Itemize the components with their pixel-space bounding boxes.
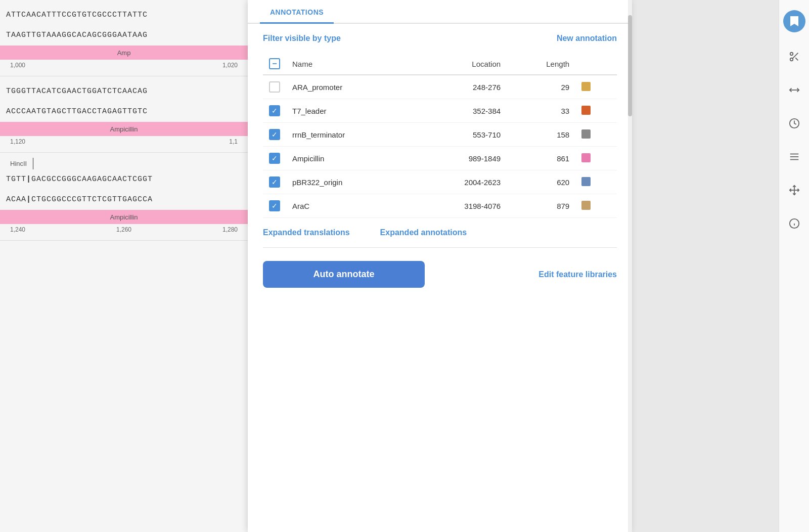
table-row: ARA_promoter248-27629 [263, 75, 617, 99]
table-row: ✓AraC3198-4076879 [263, 194, 617, 218]
right-sidebar [779, 0, 809, 532]
ampicillin-bar-2: Ampicillin [0, 122, 248, 136]
row-checkbox-4[interactable]: ✓ [263, 170, 286, 194]
row-name-0: ARA_promoter [286, 75, 413, 99]
ampicillin-bar-3: Ampicillin [0, 210, 248, 224]
header-name: Name [286, 53, 413, 75]
action-row: Auto annotate Edit feature libraries [263, 253, 617, 293]
panel-content: Filter visible by type New annotation − … [248, 24, 632, 532]
dna-sequence-5: TGTT|GACGCCGGGCAAGAGCAACTCGGT [0, 169, 248, 190]
ruler-3: 1,240 1,260 1,280 [0, 224, 248, 235]
arrows-icon[interactable] [785, 81, 803, 99]
ruler-1: 1,000 1,020 [0, 60, 248, 71]
tab-annotations[interactable]: ANNOTATIONS [260, 0, 334, 24]
header-location: Location [413, 53, 507, 75]
ampicillin-bar-1: Amp [0, 46, 248, 60]
row-length-5: 879 [507, 194, 575, 218]
svg-point-1 [790, 58, 793, 61]
annotation-table: − Name Location Length ARA_promoter248-2… [263, 53, 617, 218]
table-row: ✓Ampicillin989-1849861 [263, 147, 617, 170]
row-location-1: 352-384 [413, 99, 507, 123]
row-length-1: 33 [507, 99, 575, 123]
row-name-3: Ampicillin [286, 147, 413, 170]
row-checkbox-2[interactable]: ✓ [263, 123, 286, 147]
list-icon[interactable] [785, 148, 803, 166]
row-color-5 [575, 194, 617, 218]
new-annotation-button[interactable]: New annotation [557, 34, 617, 43]
row-color-1 [575, 99, 617, 123]
header-length: Length [507, 53, 575, 75]
dna-sequence-1: ATTCAACATTTCCGTGTCGCCCTTATTC [0, 5, 248, 25]
expanded-translations-link[interactable]: Expanded translations [263, 228, 350, 237]
row-length-2: 158 [507, 123, 575, 147]
row-location-3: 989-1849 [413, 147, 507, 170]
hincii-label: HincII [0, 158, 248, 169]
annotation-panel: ANNOTATIONS Filter visible by type New a… [248, 0, 632, 532]
tab-other[interactable] [334, 0, 354, 24]
row-name-1: T7_leader [286, 99, 413, 123]
edit-feature-libraries-button[interactable]: Edit feature libraries [538, 270, 617, 279]
row-name-4: pBR322_origin [286, 170, 413, 194]
dna-viewer: ATTCAACATTTCCGTGTCGCCCTTATTC TAAGTTGTAAA… [0, 0, 248, 532]
row-length-3: 861 [507, 147, 575, 170]
bookmark-button[interactable] [783, 10, 805, 32]
table-row: ✓rrnB_terminator553-710158 [263, 123, 617, 147]
row-location-4: 2004-2623 [413, 170, 507, 194]
row-location-0: 248-276 [413, 75, 507, 99]
table-row: ✓T7_leader352-38433 [263, 99, 617, 123]
scissors-icon[interactable] [785, 48, 803, 66]
panel-tabs: ANNOTATIONS [248, 0, 632, 24]
row-name-5: AraC [286, 194, 413, 218]
divider [263, 247, 617, 248]
svg-line-3 [795, 58, 798, 60]
row-color-3 [575, 147, 617, 170]
filter-row: Filter visible by type New annotation [263, 34, 617, 43]
row-name-2: rrnB_terminator [286, 123, 413, 147]
bottom-links: Expanded translations Expanded annotatio… [263, 218, 617, 242]
auto-annotate-button[interactable]: Auto annotate [263, 261, 425, 288]
select-all-checkbox[interactable]: − [269, 58, 280, 69]
scrollbar-track[interactable] [628, 0, 632, 532]
row-location-2: 553-710 [413, 123, 507, 147]
move-icon[interactable] [785, 181, 803, 199]
scrollbar-thumb[interactable] [628, 15, 632, 116]
dna-sequence-6: ACAA|CTGCGGCCCGTTCTCGTTGAGCCA [0, 190, 248, 210]
row-checkbox-0[interactable] [263, 75, 286, 99]
table-row: ✓pBR322_origin2004-2623620 [263, 170, 617, 194]
row-color-2 [575, 123, 617, 147]
row-checkbox-3[interactable]: ✓ [263, 147, 286, 170]
row-checkbox-1[interactable]: ✓ [263, 99, 286, 123]
dna-sequence-2: TAAGTTGTAAAGGCACAGCGGGAATAAG [0, 25, 248, 46]
minus-icon: − [272, 60, 277, 68]
clock-icon[interactable] [785, 114, 803, 132]
dna-sequence-4: ACCCAATGTAGCTTGACCTAGAGTTGTC [0, 102, 248, 122]
info-icon[interactable] [785, 214, 803, 233]
ruler-2: 1,120 1,1 [0, 136, 248, 147]
filter-visible-link[interactable]: Filter visible by type [263, 34, 341, 43]
row-length-4: 620 [507, 170, 575, 194]
row-length-0: 29 [507, 75, 575, 99]
row-checkbox-5[interactable]: ✓ [263, 194, 286, 218]
row-location-5: 3198-4076 [413, 194, 507, 218]
row-color-0 [575, 75, 617, 99]
dna-sequence-3: TGGGTTACATCGAACTGGATCTCAACAG [0, 81, 248, 102]
row-color-4 [575, 170, 617, 194]
expanded-annotations-link[interactable]: Expanded annotations [380, 228, 467, 237]
header-checkbox-col: − [263, 53, 286, 75]
svg-point-0 [790, 53, 793, 56]
